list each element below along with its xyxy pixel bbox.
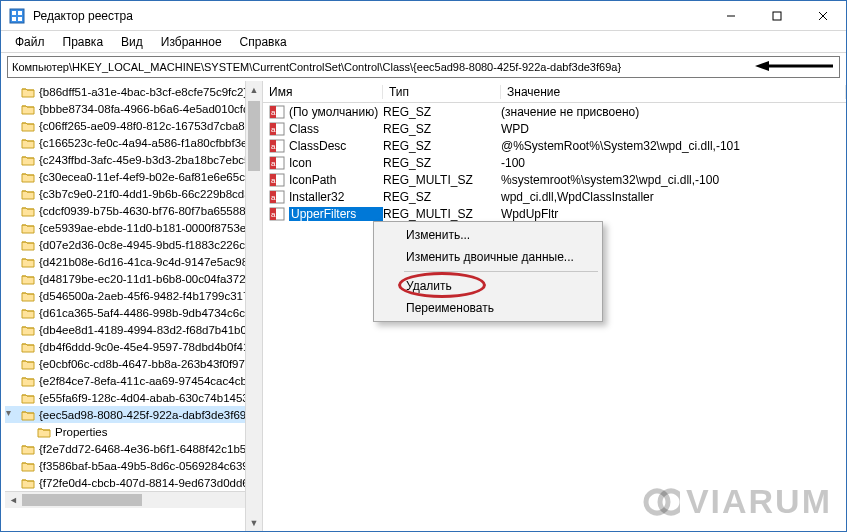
tree-scrollbar-horizontal[interactable]: ◄ ► [5, 491, 262, 508]
tree-item[interactable]: {d421b08e-6d16-41ca-9c4d-9147e5ac98e0} [5, 253, 262, 270]
context-item-3[interactable]: Удалить [376, 275, 600, 297]
tree-item-label: {d48179be-ec20-11d1-b6b8-00c04fa372a7} [39, 273, 262, 285]
tree-item-label: {f3586baf-b5aa-49b5-8d6c-0569284c639f} [39, 460, 256, 472]
string-value-icon: ab [269, 156, 285, 170]
value-name: UpperFilters [289, 207, 383, 221]
value-type: REG_MULTI_SZ [383, 173, 501, 187]
tree-item[interactable]: {e2f84ce7-8efa-411c-aa69-97454cac4cb57} [5, 372, 262, 389]
column-name[interactable]: Имя [263, 85, 383, 99]
svg-text:ab: ab [271, 193, 280, 202]
watermark-text: VIARUM [686, 482, 832, 521]
tree-item[interactable]: {d546500a-2aeb-45f6-9482-f4b1799c3177} [5, 287, 262, 304]
scroll-up-icon[interactable]: ▲ [246, 81, 262, 98]
folder-icon [21, 256, 35, 268]
folder-icon [21, 86, 35, 98]
scrollbar-thumb[interactable] [22, 494, 142, 506]
folder-icon [21, 392, 35, 404]
value-data: wpd_ci.dll,WpdClassInstaller [501, 190, 846, 204]
tree-item[interactable]: {f2e7dd72-6468-4e36-b6f1-6488f42c1b52} [5, 440, 262, 457]
tree-item-label: {e55fa6f9-128c-4d04-abab-630c74b1453a} [39, 392, 259, 404]
value-type: REG_SZ [383, 139, 501, 153]
tree-item[interactable]: Properties [5, 423, 262, 440]
folder-icon [21, 341, 35, 353]
folder-icon [21, 103, 35, 115]
tree-item-label: {db4ee8d1-4189-4994-83d2-f68d7b41b0e6} [39, 324, 263, 336]
folder-icon [21, 358, 35, 370]
folder-icon [21, 222, 35, 234]
tree-scrollbar-vertical[interactable]: ▲ ▼ [245, 81, 262, 531]
column-data[interactable]: Значение [501, 85, 846, 99]
tree-item[interactable]: {d07e2d36-0c8e-4945-9bd5-f1883c226c8c} [5, 236, 262, 253]
expander-icon[interactable]: ▾ [3, 407, 13, 418]
value-row[interactable]: abIconPathREG_MULTI_SZ%systemroot%\syste… [263, 171, 846, 188]
tree-item-label: {c166523c-fe0c-4a94-a586-f1a80cfbbf3e} [39, 137, 251, 149]
value-row[interactable]: abClassDescREG_SZ@%SystemRoot%\System32\… [263, 137, 846, 154]
svg-rect-1 [12, 11, 16, 15]
arrow-annotation [755, 59, 835, 75]
tree-item[interactable]: {e0cbf06c-cd8b-4647-bb8a-263b43f0f974} [5, 355, 262, 372]
menu-справка[interactable]: Справка [232, 33, 295, 51]
tree-item-label: {e2f84ce7-8efa-411c-aa69-97454cac4cb57} [39, 375, 263, 387]
folder-icon [21, 290, 35, 302]
value-row[interactable]: abClassREG_SZWPD [263, 120, 846, 137]
tree-item[interactable]: {d61ca365-5af4-4486-998b-9db4734c6ca3} [5, 304, 262, 321]
tree-item[interactable]: {f72fe0d4-cbcb-407d-8814-9ed673d0dd6b} [5, 474, 262, 491]
window-title: Редактор реестра [33, 9, 708, 23]
svg-marker-10 [755, 61, 769, 71]
close-button[interactable] [800, 1, 846, 30]
context-item-4[interactable]: Переименовать [376, 297, 600, 319]
string-value-icon: ab [269, 173, 285, 187]
tree-item-label: {cdcf0939-b75b-4630-bf76-80f7ba655884} [39, 205, 256, 217]
tree-item[interactable]: {cdcf0939-b75b-4630-bf76-80f7ba655884} [5, 202, 262, 219]
menu-правка[interactable]: Правка [55, 33, 112, 51]
svg-rect-2 [18, 11, 22, 15]
tree-item[interactable]: {c06ff265-ae09-48f0-812c-16753d7cba83} [5, 117, 262, 134]
svg-text:ab: ab [271, 176, 280, 185]
tree-item[interactable]: {eec5ad98-8080-425f-922a-dabf3de3f69a} [5, 406, 262, 423]
string-value-icon: ab [269, 190, 285, 204]
value-name: Class [289, 122, 383, 136]
string-value-icon: ab [269, 105, 285, 119]
tree-item-label: {db4f6ddd-9c0e-45e4-9597-78dbd4b0f412} [39, 341, 260, 353]
tree-item-label: {c3b7c9e0-21f0-4dd1-9b6b-66c229b8cd33} [39, 188, 261, 200]
tree-item[interactable]: {c3b7c9e0-21f0-4dd1-9b6b-66c229b8cd33} [5, 185, 262, 202]
folder-icon [21, 188, 35, 200]
scroll-left-icon[interactable]: ◄ [5, 495, 22, 505]
tree-item[interactable]: {c243ffbd-3afc-45e9-b3d3-2ba18bc7ebc5} [5, 151, 262, 168]
tree-item[interactable]: {d48179be-ec20-11d1-b6b8-00c04fa372a7} [5, 270, 262, 287]
menu-файл[interactable]: Файл [7, 33, 53, 51]
context-item-1[interactable]: Изменить двоичные данные... [376, 246, 600, 268]
registry-editor-window: Редактор реестра ФайлПравкаВидИзбранноеС… [0, 0, 847, 532]
tree-item[interactable]: {e55fa6f9-128c-4d04-abab-630c74b1453a} [5, 389, 262, 406]
values-pane: Имя Тип Значение ab(По умолчанию)REG_SZ(… [263, 81, 846, 531]
value-row[interactable]: ab(По умолчанию)REG_SZ(значение не присв… [263, 103, 846, 120]
tree-item[interactable]: {ce5939ae-ebde-11d0-b181-0000f8753ec4} [5, 219, 262, 236]
svg-text:ab: ab [271, 210, 280, 219]
maximize-button[interactable] [754, 1, 800, 30]
menu-избранное[interactable]: Избранное [153, 33, 230, 51]
tree-item[interactable]: {c166523c-fe0c-4a94-a586-f1a80cfbbf3e} [5, 134, 262, 151]
value-type: REG_SZ [383, 105, 501, 119]
scroll-down-icon[interactable]: ▼ [246, 514, 262, 531]
scrollbar-thumb[interactable] [248, 101, 260, 171]
folder-icon [21, 154, 35, 166]
tree-item[interactable]: {db4f6ddd-9c0e-45e4-9597-78dbd4b0f412} [5, 338, 262, 355]
folder-icon [21, 443, 35, 455]
maximize-icon [772, 11, 782, 21]
tree-item[interactable]: {db4ee8d1-4189-4994-83d2-f68d7b41b0e6} [5, 321, 262, 338]
value-row[interactable]: abIconREG_SZ-100 [263, 154, 846, 171]
column-type[interactable]: Тип [383, 85, 501, 99]
value-row[interactable]: abInstaller32REG_SZwpd_ci.dll,WpdClassIn… [263, 188, 846, 205]
minimize-button[interactable] [708, 1, 754, 30]
tree-item[interactable]: {bbbe8734-08fa-4966-b6a6-4e5ad010cfd0} [5, 100, 262, 117]
address-bar[interactable]: Компьютер\HKEY_LOCAL_MACHINE\SYSTEM\Curr… [7, 56, 840, 78]
tree-item[interactable]: {b86dff51-a31e-4bac-b3cf-e8cfe75c9fc2} [5, 83, 262, 100]
folder-icon [21, 171, 35, 183]
value-row[interactable]: abUpperFiltersREG_MULTI_SZWpdUpFltr [263, 205, 846, 222]
menu-вид[interactable]: Вид [113, 33, 151, 51]
tree-item-label: {bbbe8734-08fa-4966-b6a6-4e5ad010cfd0} [39, 103, 260, 115]
tree-item[interactable]: {c30ecea0-11ef-4ef9-b02e-6af81e6e65c0} [5, 168, 262, 185]
tree-item[interactable]: {f3586baf-b5aa-49b5-8d6c-0569284c639f} [5, 457, 262, 474]
body: {b86dff51-a31e-4bac-b3cf-e8cfe75c9fc2}{b… [1, 81, 846, 531]
context-item-0[interactable]: Изменить... [376, 224, 600, 246]
